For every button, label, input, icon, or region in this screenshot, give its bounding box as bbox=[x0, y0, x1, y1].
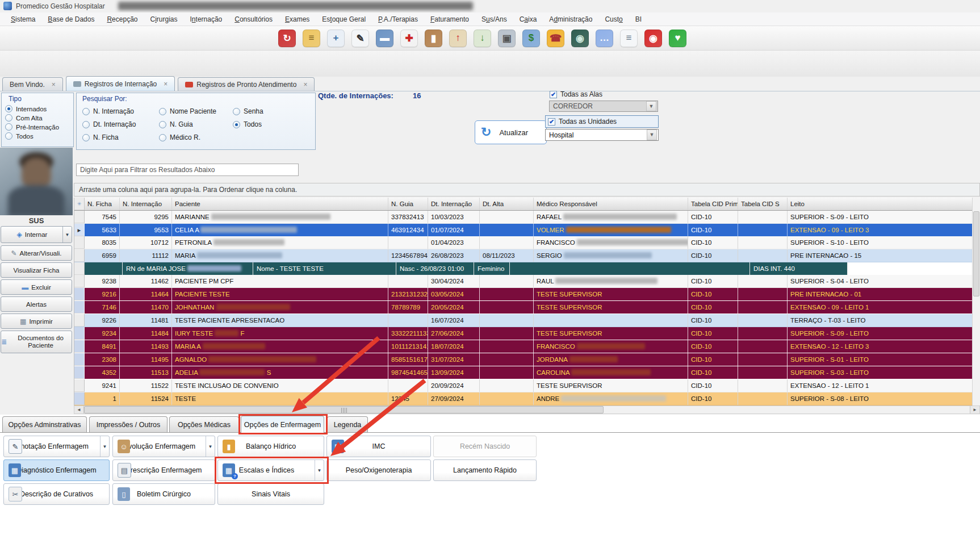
tab-registros-de-internacao[interactable]: Registros de Internação× bbox=[66, 76, 175, 91]
table-row[interactable]: 923411484IURY TESTE F3332221113327/06/20… bbox=[74, 327, 980, 340]
bottom-tab-legenda[interactable]: Legenda bbox=[327, 416, 368, 432]
radio-todos[interactable]: Todos bbox=[233, 120, 301, 128]
menu-item-estoque-geral[interactable]: Estoque Geral bbox=[316, 14, 372, 25]
button-anotacao-enfermagem[interactable]: ✎Anotação Enfermagem▼ bbox=[3, 436, 110, 457]
action-button-internar[interactable]: ◈Internar▼ bbox=[1, 226, 72, 243]
tab-registros-de-pronto-atendimento[interactable]: Registros de Pronto Atendimento× bbox=[178, 77, 315, 91]
table-row[interactable]: ▸56339553CELIA A 46391243401/07/2024VOLM… bbox=[74, 224, 980, 236]
button-prescricao-enfermagem[interactable]: ▤Prescrição Enfermagem bbox=[112, 459, 215, 481]
vitals-book-icon[interactable]: ♥ bbox=[669, 30, 686, 47]
close-icon[interactable]: × bbox=[303, 81, 307, 89]
table-row[interactable]: 803510712PETRONILA 01/04/2023FRANCISCO C… bbox=[74, 236, 980, 249]
filter-input[interactable]: Digite Aqui para Filtrar os Resultados A… bbox=[76, 164, 299, 176]
table-row-newborn[interactable]: RN de MARIA JOSE Nome - TESTE TESTE Nasc… bbox=[74, 262, 980, 275]
button-diagnostico-enfermagem[interactable]: ▦Diagnóstico Enfermagem bbox=[3, 459, 110, 481]
column-header-n-internacao[interactable]: N. Internação bbox=[120, 198, 172, 210]
dropdown-arrow-icon[interactable]: ▼ bbox=[62, 227, 72, 243]
table-row[interactable]: 111524TESTE1234527/09/2024ANDRE CID-10SU… bbox=[74, 392, 980, 406]
phone-book-icon[interactable]: ☎ bbox=[547, 30, 564, 47]
menu-item-bi[interactable]: BI bbox=[629, 14, 648, 25]
button-evolucao-enfermagem[interactable]: ☺Evolução Enfermagem▼ bbox=[112, 436, 215, 457]
menu-item-consultorios[interactable]: Consultórios bbox=[228, 14, 279, 25]
ambulance-icon[interactable]: ✚ bbox=[400, 30, 418, 47]
scroll-right-icon[interactable]: ► bbox=[970, 406, 979, 413]
scrollbar-thumb[interactable] bbox=[973, 211, 979, 296]
action-button-visualizar-ficha[interactable]: Visualizar Ficha bbox=[1, 262, 72, 278]
action-button-alertas[interactable]: Alertas bbox=[1, 296, 72, 312]
column-header-dt-alta[interactable]: Dt. Alta bbox=[480, 198, 534, 210]
menu-item-recepcao[interactable]: Recepção bbox=[100, 14, 144, 25]
table-row[interactable]: 924111522TESTE INCLUSAO DE CONVENIO20/09… bbox=[74, 379, 980, 392]
column-header-n-ficha[interactable]: N. Ficha bbox=[85, 198, 120, 210]
chevron-down-icon[interactable]: ▼ bbox=[647, 129, 657, 140]
table-row[interactable]: 922611481TESTE PACIENTE APRESENTACAO16/0… bbox=[74, 314, 980, 327]
finance-chart-icon[interactable]: $ bbox=[522, 30, 540, 47]
column-header-paciente[interactable]: Paciente bbox=[172, 198, 388, 210]
document-sign-icon[interactable]: ✎ bbox=[351, 30, 369, 47]
menu-item-base-de-dados[interactable]: Base de Dados bbox=[41, 14, 100, 25]
menu-item-sus-ans[interactable]: Sus/Ans bbox=[475, 14, 513, 25]
button-lancamento-rapido[interactable]: Lançamento Rápido bbox=[433, 459, 537, 481]
column-header-n-guia[interactable]: N. Guia bbox=[388, 198, 428, 210]
scroll-left-icon[interactable]: ◄ bbox=[74, 406, 84, 413]
radio-n-ficha[interactable]: N. Ficha bbox=[82, 133, 159, 141]
column-header-tabela-cid-s[interactable]: Tabela CID S bbox=[738, 198, 788, 210]
dropdown-arrow-icon[interactable]: ▼ bbox=[100, 436, 109, 457]
manual-book-icon[interactable]: ◉ bbox=[571, 30, 589, 47]
action-button-documentos-do-paciente[interactable]: ≣Documentos do Paciente bbox=[1, 331, 72, 353]
hospital-bed-icon[interactable]: ▬ bbox=[376, 30, 393, 47]
bottom-tab-opcoes-medicas[interactable]: Opções Médicas bbox=[169, 416, 239, 432]
close-icon[interactable]: × bbox=[164, 80, 167, 88]
radio-n-internacao[interactable]: N. Internação bbox=[82, 107, 159, 115]
bottom-tab-opcoes-adminstrativas[interactable]: Opções Adminstrativas bbox=[2, 416, 87, 432]
radio-todos[interactable]: Todos bbox=[5, 132, 73, 140]
all-units-checkbox[interactable]: ✔ Todas as Unidades bbox=[545, 115, 659, 128]
column-header-leito[interactable]: Leito bbox=[788, 198, 973, 210]
scrollbar-thumb[interactable] bbox=[84, 406, 604, 413]
table-row[interactable]: 714611470JOHNATHAN 7878978920/05/2024TES… bbox=[74, 301, 980, 314]
tab-bem-vindo[interactable]: Bem Vindo.× bbox=[2, 77, 63, 91]
menu-item-internacao[interactable]: Internação bbox=[184, 14, 229, 25]
radio-medico-r[interactable]: Médico R. bbox=[159, 133, 233, 141]
table-row[interactable]: 435211513ADELIA S9874541465813/09/2024CA… bbox=[74, 366, 980, 379]
table-row[interactable]: 849111493MARIA A 1011121314118/07/2024FR… bbox=[74, 340, 980, 353]
menu-item-cirurgias[interactable]: Cirurgias bbox=[144, 14, 183, 25]
table-row[interactable]: 921611464PACIENTE TESTE2132131232103/05/… bbox=[74, 288, 980, 301]
horizontal-scrollbar[interactable]: ◄ ► bbox=[74, 406, 980, 414]
payment-down-icon[interactable]: ↓ bbox=[474, 30, 491, 47]
button-sinais-vitais[interactable]: Sinais Vitais bbox=[217, 483, 324, 505]
sync-patients-icon[interactable]: ↻ bbox=[278, 30, 296, 47]
dropdown-arrow-icon[interactable]: ▼ bbox=[206, 436, 215, 457]
patient-folder-icon[interactable]: ≡ bbox=[303, 30, 320, 47]
menu-item-administracao[interactable]: Administração bbox=[543, 14, 598, 25]
close-icon[interactable]: × bbox=[52, 81, 56, 89]
menu-item-faturamento[interactable]: Faturamento bbox=[424, 14, 475, 25]
bottom-tab-impressoes-outros[interactable]: Impressões / Outros bbox=[89, 416, 167, 432]
action-button-alterar-visuali[interactable]: ✎Alterar/Visuali. bbox=[1, 245, 72, 261]
table-row[interactable]: 695911112MARIA 1234567894526/08/202308/1… bbox=[74, 249, 980, 262]
safe-icon[interactable]: ▣ bbox=[498, 30, 516, 47]
action-button-imprimir[interactable]: ▦Imprimir bbox=[1, 314, 72, 329]
revenue-up-icon[interactable]: ↑ bbox=[449, 30, 467, 47]
table-row[interactable]: 75459295MARIANNE 33783241310/03/2023RAFA… bbox=[74, 211, 980, 224]
radio-dt-internacao[interactable]: Dt. Internação bbox=[82, 120, 159, 128]
column-header-dt-internacao[interactable]: Dt. Internação bbox=[428, 198, 480, 210]
invoice-icon[interactable]: ≡ bbox=[620, 30, 638, 47]
chat-icon[interactable]: … bbox=[596, 30, 613, 47]
all-wards-checkbox[interactable]: ✔ Todas as Alas bbox=[550, 90, 602, 98]
refresh-button[interactable]: ↻ Atualizar bbox=[475, 120, 547, 144]
menu-item-p-a-terapias[interactable]: P.A./Terapias bbox=[372, 14, 424, 25]
radio-pre-internacao[interactable]: Pré-Internação bbox=[5, 123, 73, 131]
button-descricao-de-curativos[interactable]: ✂Descrição de Curativos bbox=[3, 483, 110, 505]
menu-item-custo[interactable]: Custo bbox=[598, 14, 629, 25]
menu-item-sistema[interactable]: Sistema bbox=[5, 14, 41, 25]
button-imc[interactable]: ▦IMC bbox=[326, 436, 431, 457]
menu-item-exames[interactable]: Exames bbox=[279, 14, 316, 25]
radio-internados[interactable]: Internados bbox=[5, 105, 73, 112]
table-row[interactable]: 230811495AGNALDO 8585151617131/07/2024JO… bbox=[74, 353, 980, 366]
radio-com-alta[interactable]: Com Alta bbox=[5, 114, 73, 122]
menu-item-caixa[interactable]: Caixa bbox=[513, 14, 543, 25]
ward-combobox[interactable]: CORREDOR ▼ bbox=[549, 101, 658, 112]
chevron-down-icon[interactable]: ▼ bbox=[646, 101, 656, 111]
table-row[interactable]: 923811462PACIENTE PM CPF30/04/2024RAUL C… bbox=[74, 275, 980, 288]
